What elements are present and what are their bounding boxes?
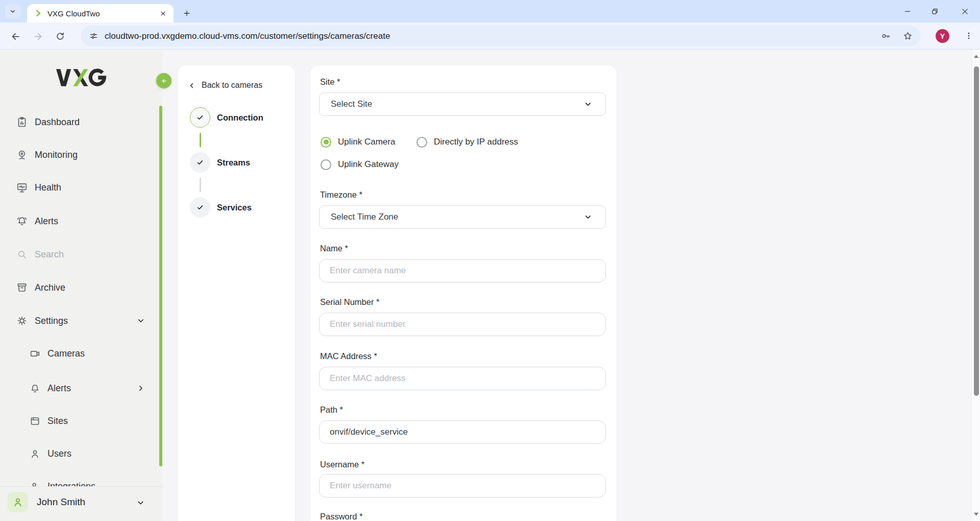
password-label: Password * <box>320 510 362 521</box>
tab-close-icon[interactable] <box>158 9 167 18</box>
name-label: Name * <box>320 242 348 254</box>
browser-window: VXG CloudTwo cloudtwo-prod.vxgdemo.cloud… <box>0 0 980 521</box>
back-to-cameras-link[interactable]: Back to cameras <box>178 78 295 93</box>
sidebar-item-alerts-sub[interactable]: Alerts <box>0 380 162 397</box>
radio-label: Directly by IP address <box>434 137 518 147</box>
sidebar-item-label: Search <box>35 249 64 260</box>
step-services-indicator[interactable] <box>190 197 210 218</box>
radio-uplink-gateway[interactable]: Uplink Gateway <box>321 159 399 170</box>
timezone-select-value: Select Time Zone <box>331 212 398 222</box>
forward-button[interactable] <box>30 28 46 44</box>
sites-icon <box>29 415 41 427</box>
camera-name-input[interactable] <box>319 259 606 282</box>
minimize-button[interactable] <box>900 4 915 18</box>
sidebar-item-label: Sites <box>47 416 68 427</box>
bookmark-star-icon[interactable] <box>902 31 913 41</box>
sidebar-item-label: Health <box>35 182 61 193</box>
radio-directly-by-ip[interactable]: Directly by IP address <box>416 136 518 148</box>
back-label: Back to cameras <box>202 81 262 90</box>
sidebar-collapse-button[interactable] <box>156 73 172 88</box>
page-scrollbar-thumb[interactable] <box>974 66 979 396</box>
sidebar-item-health[interactable]: Health <box>0 179 162 196</box>
back-button[interactable] <box>7 28 23 44</box>
tab-title: VXG CloudTwo <box>47 9 158 18</box>
sidebar-item-alerts[interactable]: Alerts <box>0 212 162 230</box>
wizard-stepper-panel: Back to cameras Connection Streams Servi… <box>178 65 295 521</box>
step-connector <box>200 133 201 147</box>
radio-unselected-icon <box>416 137 427 148</box>
tab-search-button[interactable] <box>5 4 20 18</box>
serial-number-input[interactable] <box>319 313 606 336</box>
step-connection-indicator[interactable] <box>190 107 210 128</box>
user-icon <box>29 448 41 460</box>
page-scrollbar[interactable] <box>971 50 980 521</box>
vxg-favicon-icon <box>34 9 43 18</box>
sidebar-item-archive[interactable]: Archive <box>0 279 162 296</box>
step-connection-label: Connection <box>217 113 263 123</box>
video-camera-icon <box>29 348 41 360</box>
scroll-up-icon[interactable] <box>973 54 979 59</box>
path-input[interactable] <box>319 420 606 444</box>
scroll-down-icon[interactable] <box>973 511 979 517</box>
reload-button[interactable] <box>52 28 68 44</box>
search-icon <box>16 248 28 260</box>
app-page: Dashboard Monitoring Health Alerts Searc… <box>0 50 980 521</box>
vxg-logo <box>55 66 108 89</box>
serial-number-label: Serial Number * <box>320 296 379 308</box>
sidebar-item-label: Settings <box>35 316 68 326</box>
restore-icon <box>930 7 939 16</box>
bell-icon <box>29 383 41 394</box>
sidebar-item-cameras[interactable]: Cameras <box>0 345 162 362</box>
arrow-left-icon <box>160 77 168 85</box>
sidebar-item-label: Users <box>47 448 71 459</box>
sidebar-item-label: Monitoring <box>35 150 78 160</box>
check-icon <box>195 112 205 123</box>
browser-profile-avatar[interactable]: Y <box>936 29 949 43</box>
radio-unselected-icon <box>321 159 331 170</box>
sidebar-scrollbar-thumb[interactable] <box>159 106 162 466</box>
site-select[interactable]: Select Site <box>319 92 606 116</box>
timezone-label: Timezone * <box>320 188 362 201</box>
sidebar-item-settings[interactable]: Settings <box>0 312 162 329</box>
sidebar-item-dashboard[interactable]: Dashboard <box>0 113 162 131</box>
site-settings-icon <box>89 31 99 41</box>
sidebar-item-users[interactable]: Users <box>0 445 162 462</box>
site-label: Site * <box>320 76 340 88</box>
username-input[interactable] <box>319 474 606 498</box>
new-tab-button[interactable] <box>180 6 194 20</box>
radio-selected-icon <box>321 137 331 148</box>
forward-arrow-icon <box>33 31 43 42</box>
sidebar: Dashboard Monitoring Health Alerts Searc… <box>0 50 162 521</box>
profile-initial: Y <box>940 32 945 40</box>
bell-ring-icon <box>16 215 28 227</box>
radio-label: Uplink Camera <box>338 137 395 147</box>
sidebar-item-label: Archive <box>35 282 65 293</box>
browser-tab[interactable]: VXG CloudTwo <box>27 4 174 22</box>
browser-menu-button[interactable] <box>962 29 976 43</box>
radio-label: Uplink Gateway <box>338 159 399 170</box>
archive-icon <box>16 281 28 294</box>
sidebar-item-label: Cameras <box>47 348 85 359</box>
user-avatar-icon <box>12 496 24 508</box>
user-avatar <box>8 492 28 512</box>
path-label: Path * <box>320 404 343 416</box>
sidebar-item-label: Alerts <box>47 383 71 394</box>
mac-address-input[interactable] <box>319 367 606 390</box>
password-key-icon[interactable] <box>880 31 891 41</box>
restore-button[interactable] <box>927 4 942 18</box>
close-icon <box>961 7 969 16</box>
user-menu[interactable]: John Smith <box>0 487 162 521</box>
address-bar[interactable]: cloudtwo-prod.vxgdemo.cloud-vms.com/cust… <box>81 26 920 46</box>
gear-icon <box>16 315 28 327</box>
url-text: cloudtwo-prod.vxgdemo.cloud-vms.com/cust… <box>105 31 390 41</box>
step-streams-indicator[interactable] <box>190 152 210 173</box>
sidebar-item-search[interactable]: Search <box>0 246 162 263</box>
timezone-select[interactable]: Select Time Zone <box>319 205 606 229</box>
sidebar-item-label: Dashboard <box>35 117 80 128</box>
radio-uplink-camera[interactable]: Uplink Camera <box>321 136 395 148</box>
sidebar-item-monitoring[interactable]: Monitoring <box>0 146 162 163</box>
chevron-down-icon <box>583 212 593 222</box>
sidebar-item-sites[interactable]: Sites <box>0 412 162 430</box>
check-icon <box>195 202 205 212</box>
close-window-button[interactable] <box>957 4 972 18</box>
